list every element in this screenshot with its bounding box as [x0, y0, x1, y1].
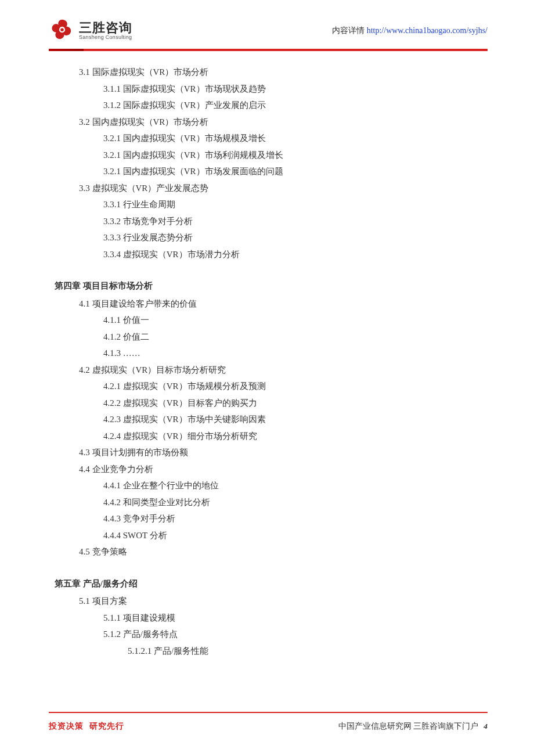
- toc-entry: 4.4.1 企业在整个行业中的地位: [103, 477, 488, 494]
- table-of-contents: 3.1 国际虚拟现实（VR）市场分析3.1.1 国际虚拟现实（VR）市场现状及趋…: [49, 60, 488, 659]
- brand-logo: 三胜咨询 Sansheng Consulting: [49, 17, 132, 44]
- toc-entry: 4.1.1 价值一: [103, 312, 488, 329]
- page-number: 4: [484, 722, 488, 730]
- toc-entry: 3.2.1 国内虚拟现实（VR）市场利润规模及增长: [103, 147, 488, 164]
- logo-name-cn: 三胜咨询: [79, 21, 132, 35]
- toc-entry: 4.1.2 价值二: [103, 329, 488, 345]
- toc-entry: 3.3 虚拟现实（VR）产业发展态势: [79, 180, 488, 197]
- logo-name-en: Sansheng Consulting: [79, 35, 132, 41]
- toc-entry: 3.2.1 国内虚拟现实（VR）市场发展面临的问题: [103, 163, 488, 180]
- toc-entry: 4.4.2 和同类型企业对比分析: [103, 494, 488, 511]
- toc-entry: 4.2.1 虚拟现实（VR）市场规模分析及预测: [103, 378, 488, 395]
- footer-right-text: 中国产业信息研究网 三胜咨询旗下门户: [338, 722, 478, 730]
- toc-entry: 4.1 项目建设给客户带来的价值: [79, 296, 488, 312]
- toc-entry: 3.1.1 国际虚拟现实（VR）市场现状及趋势: [103, 81, 488, 98]
- toc-entry: 3.1 国际虚拟现实（VR）市场分析: [79, 64, 488, 81]
- toc-entry: 5.1.2.1 产品/服务性能: [128, 643, 488, 660]
- toc-entry: 4.2 虚拟现实（VR）目标市场分析研究: [79, 362, 488, 379]
- toc-entry: 5.1.2 产品/服务特点: [103, 626, 488, 643]
- toc-entry: 4.4 企业竞争力分析: [79, 461, 488, 478]
- toc-entry: 4.2.2 虚拟现实（VR）目标客户的购买力: [103, 395, 488, 412]
- toc-entry: 3.3.4 虚拟现实（VR）市场潜力分析: [103, 246, 488, 263]
- footer-divider: [49, 712, 488, 713]
- chapter-heading: 第五章 产品/服务介绍: [55, 575, 488, 592]
- logo-icon: [49, 17, 75, 44]
- toc-entry: 5.1.1 项目建设规模: [103, 610, 488, 627]
- toc-entry: 3.3.1 行业生命周期: [103, 196, 488, 213]
- logo-text: 三胜咨询 Sansheng Consulting: [79, 21, 132, 41]
- toc-entry: 4.4.3 竞争对手分析: [103, 510, 488, 527]
- toc-entry: 3.2.1 国内虚拟现实（VR）市场规模及增长: [103, 130, 488, 147]
- toc-entry: 3.1.2 国际虚拟现实（VR）产业发展的启示: [103, 97, 488, 114]
- footer-row: 投资决策研究先行 中国产业信息研究网 三胜咨询旗下门户 4: [49, 719, 488, 734]
- toc-entry: 4.1.3 ……: [103, 345, 488, 362]
- toc-entry: 3.2 国内虚拟现实（VR）市场分析: [79, 114, 488, 131]
- toc-entry: 3.3.2 市场竞争对手分析: [103, 213, 488, 230]
- slogan-a: 投资决策: [49, 722, 84, 730]
- page-header: 三胜咨询 Sansheng Consulting 内容详情 http://www…: [49, 17, 488, 44]
- toc-entry: 4.3 项目计划拥有的市场份额: [79, 444, 488, 461]
- footer-slogan: 投资决策研究先行: [49, 719, 124, 734]
- svg-point-1: [60, 28, 64, 31]
- footer-attribution: 中国产业信息研究网 三胜咨询旗下门户 4: [338, 719, 488, 734]
- source-url[interactable]: http://www.china1baogao.com/syjhs/: [367, 26, 488, 35]
- slogan-b: 研究先行: [89, 722, 124, 730]
- toc-entry: 4.4.4 SWOT 分析: [103, 527, 488, 544]
- document-page: 三胜咨询 Sansheng Consulting 内容详情 http://www…: [0, 0, 534, 756]
- toc-entry: 3.3.3 行业发展态势分析: [103, 229, 488, 246]
- toc-entry: 4.5 竞争策略: [79, 543, 488, 560]
- page-footer: 投资决策研究先行 中国产业信息研究网 三胜咨询旗下门户 4: [49, 712, 488, 734]
- header-source-link: 内容详情 http://www.china1baogao.com/syjhs/: [332, 23, 488, 39]
- toc-entry: 4.2.3 虚拟现实（VR）市场中关键影响因素: [103, 411, 488, 428]
- toc-entry: 4.2.4 虚拟现实（VR）细分市场分析研究: [103, 428, 488, 445]
- header-divider: [49, 49, 488, 51]
- toc-entry: 5.1 项目方案: [79, 593, 488, 610]
- link-prefix: 内容详情: [332, 26, 367, 35]
- chapter-heading: 第四章 项目目标市场分析: [55, 278, 488, 294]
